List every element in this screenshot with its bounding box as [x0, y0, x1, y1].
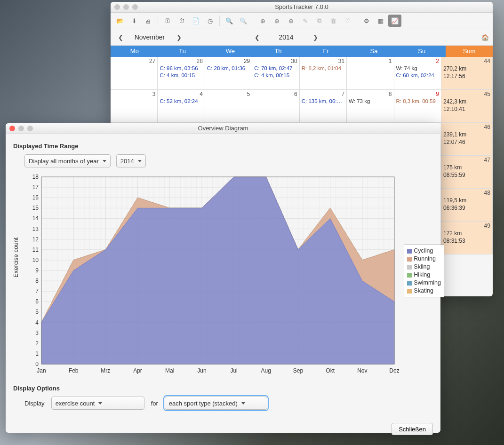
- calendar-cell[interactable]: 29C: 28 km, 01:36: [205, 57, 252, 90]
- prev-year-button[interactable]: ❮: [251, 32, 263, 43]
- settings-icon[interactable]: ⚙: [360, 15, 373, 27]
- next-month-button[interactable]: ❯: [173, 32, 185, 43]
- calendar-cell[interactable]: 3: [111, 90, 158, 123]
- calendar-cell[interactable]: 9R: 8,3 km, 00:59: [394, 90, 441, 123]
- svg-text:Jun: Jun: [197, 367, 206, 374]
- next-year-button[interactable]: ❯: [309, 32, 321, 43]
- minimize-dialog-icon[interactable]: [18, 126, 24, 131]
- zoom-out-icon[interactable]: 🔍: [237, 15, 250, 27]
- calendar-entry[interactable]: R: 8,2 km, 01:04: [302, 65, 344, 72]
- svg-text:Aug: Aug: [261, 367, 271, 374]
- week-sum-cell: 44270,2 km12:17:56: [441, 57, 493, 90]
- globe-icon[interactable]: ◷: [203, 15, 216, 27]
- svg-text:9: 9: [35, 267, 39, 274]
- calendar-cell[interactable]: 7C: 135 km, 06:…: [300, 90, 347, 123]
- zoom-window-icon[interactable]: [132, 4, 138, 10]
- svg-text:18: 18: [32, 174, 39, 180]
- close-window-icon[interactable]: [114, 4, 120, 10]
- day-number: 29: [244, 58, 250, 64]
- add-note-icon[interactable]: ⊕: [270, 15, 283, 27]
- chart-legend: CyclingRunningSkiingHikingSwimmingSkatin…: [404, 245, 444, 297]
- svg-text:8: 8: [35, 278, 39, 284]
- day-number: 27: [149, 58, 155, 64]
- save-icon[interactable]: ⬇: [128, 15, 141, 27]
- day-number: 31: [338, 58, 344, 64]
- grid-icon[interactable]: ▦: [374, 15, 387, 27]
- day-number: 2: [436, 58, 439, 64]
- calendar-entry[interactable]: W: 73 kg: [349, 98, 392, 105]
- print-icon[interactable]: 🖨: [142, 15, 155, 27]
- calendar-cell[interactable]: 4C: 52 km, 02:24: [158, 90, 205, 123]
- copy-icon[interactable]: ⧉: [312, 15, 326, 27]
- svg-text:4: 4: [35, 319, 39, 326]
- legend-swatch: [407, 265, 412, 270]
- close-dialog-icon[interactable]: [9, 126, 15, 131]
- add-weight-icon[interactable]: ⊕: [284, 15, 297, 27]
- for-label: for: [151, 400, 158, 407]
- svg-text:17: 17: [32, 184, 39, 191]
- dialog-titlebar: Overview Diagram: [6, 123, 440, 134]
- calendar-cell[interactable]: 28C: 96 km, 03:56C: 4 km, 00:15: [158, 57, 205, 90]
- chart-view-icon[interactable]: 📈: [388, 15, 401, 27]
- calendar-entry[interactable]: C: 70 km, 02:47C: 4 km, 00:15: [254, 65, 297, 79]
- calendar-entry[interactable]: W: 74 kgC: 60 km, 02:24: [396, 65, 439, 79]
- day-header: Mo: [111, 46, 159, 57]
- day-number: 28: [196, 58, 202, 64]
- day-header: Fr: [302, 46, 350, 57]
- chevron-down-icon: [103, 160, 106, 162]
- week-sum-cell: 47175 km08:55:59: [441, 156, 493, 189]
- svg-text:3: 3: [35, 330, 39, 336]
- legend-swatch: [407, 289, 412, 294]
- display-grouping-dropdown[interactable]: each sport type (stacked): [165, 397, 267, 410]
- close-button[interactable]: Schließen: [392, 423, 433, 435]
- calendar-entry[interactable]: C: 52 km, 02:24: [160, 98, 202, 105]
- day-header: We: [206, 46, 254, 57]
- svg-text:7: 7: [35, 288, 39, 294]
- heart-icon[interactable]: ♡: [341, 15, 354, 27]
- calendar-cell[interactable]: 5: [205, 90, 252, 123]
- calendar-cell[interactable]: 1: [347, 57, 394, 90]
- display-metric-dropdown[interactable]: exercise count: [51, 397, 144, 410]
- svg-text:Sep: Sep: [293, 367, 304, 374]
- legend-label: Skiing: [414, 263, 430, 271]
- zoom-dialog-icon[interactable]: [27, 126, 33, 131]
- calendar-entry[interactable]: C: 135 km, 06:…: [302, 98, 344, 105]
- calendar-entry[interactable]: C: 28 km, 01:36: [207, 65, 250, 72]
- calendar-cell[interactable]: 27: [111, 57, 158, 90]
- calendar-icon[interactable]: 🗓: [161, 15, 174, 27]
- range-year-dropdown[interactable]: 2014: [116, 154, 146, 167]
- calendar-cell[interactable]: 30C: 70 km, 02:47C: 4 km, 00:15: [252, 57, 299, 90]
- calendar-cell[interactable]: 31R: 8,2 km, 01:04: [300, 57, 347, 90]
- chevron-down-icon: [138, 160, 142, 162]
- legend-label: Running: [414, 255, 436, 263]
- calendar-entry[interactable]: R: 8,3 km, 00:59: [396, 98, 439, 105]
- range-mode-dropdown[interactable]: Display all months of year: [24, 154, 111, 167]
- calendar-cell[interactable]: 6: [252, 90, 299, 123]
- dialog-title: Overview Diagram: [198, 125, 248, 132]
- add-exercise-icon[interactable]: ⊕: [256, 15, 269, 27]
- week-sum-cell: 45242,3 km12:10:41: [441, 90, 493, 123]
- zoom-in-icon[interactable]: 🔍: [223, 15, 236, 27]
- svg-text:5: 5: [35, 309, 39, 315]
- home-icon[interactable]: 🏠: [481, 34, 489, 41]
- prev-month-button[interactable]: ❮: [114, 32, 127, 43]
- display-grouping-value: each sport type (stacked): [169, 400, 238, 407]
- document-icon[interactable]: 📄: [189, 15, 202, 27]
- calendar-cell[interactable]: 8W: 73 kg: [347, 90, 394, 123]
- svg-text:Apr: Apr: [133, 367, 142, 374]
- day-header: Su: [398, 46, 446, 57]
- open-icon[interactable]: 📂: [113, 15, 127, 27]
- calendar-cell[interactable]: 2W: 74 kgC: 60 km, 02:24: [394, 57, 441, 90]
- stopwatch-icon[interactable]: ⏱: [175, 15, 188, 27]
- edit-icon[interactable]: ✎: [298, 15, 312, 27]
- svg-text:Nov: Nov: [357, 367, 367, 374]
- minimize-window-icon[interactable]: [123, 4, 129, 10]
- day-number: 6: [294, 91, 297, 97]
- svg-text:Jul: Jul: [230, 367, 237, 374]
- svg-text:0: 0: [35, 361, 39, 367]
- day-number: 8: [389, 91, 392, 97]
- day-number: 9: [436, 91, 439, 97]
- svg-text:16: 16: [32, 194, 39, 201]
- calendar-entry[interactable]: C: 96 km, 03:56C: 4 km, 00:15: [160, 65, 202, 79]
- delete-icon[interactable]: 🗑: [327, 15, 340, 27]
